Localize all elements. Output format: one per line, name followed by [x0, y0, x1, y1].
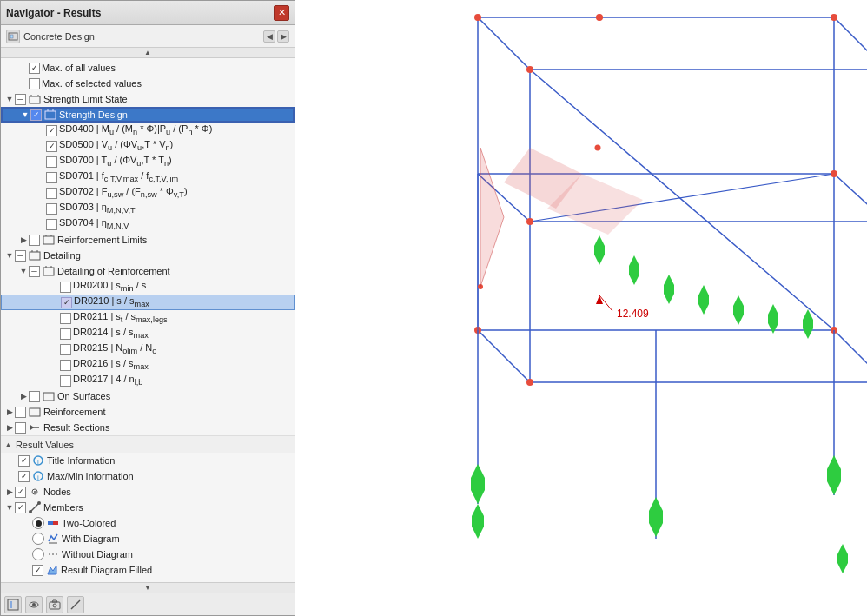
checkbox-max-all[interactable] [29, 63, 40, 74]
expand-members[interactable]: ▼ [4, 502, 15, 513]
tree-item-two-colored[interactable]: Two-Colored [1, 515, 295, 531]
checkbox-nodes[interactable] [15, 487, 26, 498]
tree-item-dr0200[interactable]: DR0200 | smin / s [1, 279, 295, 295]
radio-with-diagram[interactable] [32, 533, 44, 545]
arrow-right-btn[interactable]: ▶ [277, 30, 289, 43]
label-sd0704: SD0704 | ηM,N,V [59, 217, 129, 230]
tree-item-reinf-limits[interactable]: ▶ Reinforcement Limits [1, 232, 295, 248]
tree-item-detailing-reinf[interactable]: ▼ Detailing of Reinforcement [1, 263, 295, 279]
checkbox-sd0700[interactable] [46, 156, 57, 168]
tree-item-on-surfaces[interactable]: ▶ On Surfaces [1, 388, 295, 404]
checkbox-on-surfaces[interactable] [29, 391, 40, 402]
tree-item-without-diagram[interactable]: Without Diagram [1, 546, 295, 562]
tree-item-strength-design[interactable]: ▼ Strength Design [1, 107, 295, 123]
svg-rect-45 [295, 0, 867, 616]
scroll-down-btn[interactable]: ▼ [1, 582, 295, 593]
tree-item-max-selected[interactable]: Max. of selected values [1, 76, 295, 91]
checkbox-reinf-limits[interactable] [29, 235, 40, 246]
label-sd0500: SD0500 | Vu / (ΦVu,T * Vn) [59, 139, 173, 152]
checkbox-sd0701[interactable] [46, 172, 57, 183]
checkbox-sd0400[interactable] [46, 125, 57, 136]
tree-item-sd0702[interactable]: SD0702 | Fu,sw / (Fn,sw * Φv,T) [1, 185, 295, 201]
radio-without-diagram[interactable] [32, 548, 44, 560]
tree-item-dr0214[interactable]: DR0214 | s / smax [1, 326, 295, 341]
checkbox-sd0703[interactable] [46, 203, 57, 215]
checkbox-detailing[interactable] [15, 250, 26, 262]
svg-rect-39 [50, 602, 60, 609]
expand-detailing[interactable]: ▼ [4, 250, 15, 261]
tree-item-result-sections[interactable]: ▶ Result Sections [1, 420, 295, 435]
checkbox-dr0214[interactable] [60, 328, 71, 340]
checkbox-dr0215[interactable] [60, 344, 71, 355]
arrow-left-btn[interactable]: ◀ [263, 30, 275, 43]
checkbox-max-selected[interactable] [29, 78, 40, 89]
maxmin-info-icon: i [31, 469, 45, 483]
label-strength-limit: Strength Limit State [43, 94, 128, 104]
toolbar-icon-measure[interactable] [67, 596, 84, 613]
tree-item-title-info[interactable]: i Title Information [1, 453, 295, 468]
tree-item-result-diagram-filled[interactable]: Result Diagram Filled [1, 562, 295, 578]
checkbox-reinforcement[interactable] [15, 407, 26, 418]
tree-item-dr0215[interactable]: DR0215 | Nolim / No [1, 341, 295, 357]
checkbox-members[interactable] [15, 502, 26, 513]
tree-content: Max. of all values Max. of selected valu… [1, 58, 295, 580]
radio-two-colored[interactable] [32, 517, 44, 529]
checkbox-strength-design[interactable] [30, 109, 42, 121]
checkbox-dr0217[interactable] [60, 375, 71, 387]
tree-item-with-diagram[interactable]: With Diagram [1, 531, 295, 546]
checkbox-maxmin-info[interactable] [18, 471, 30, 482]
dropdown-label[interactable]: Concrete Design [23, 31, 95, 42]
checkbox-dr0210[interactable] [61, 297, 72, 308]
checkbox-sd0704[interactable] [46, 219, 57, 230]
checkbox-result-diagram-filled[interactable] [32, 565, 43, 576]
checkbox-title-info[interactable] [18, 455, 30, 467]
tree-item-max-all[interactable]: Max. of all values [1, 60, 295, 76]
tree-item-dr0216[interactable]: DR0216 | s / smax [1, 357, 295, 373]
tree-item-dr0217[interactable]: DR0217 | 4 / nl,b [1, 373, 295, 388]
expand-nodes[interactable]: ▶ [4, 487, 15, 497]
tree-item-dr0211[interactable]: DR0211 | st / smax,legs [1, 310, 295, 326]
tree-item-sd0701[interactable]: SD0701 | fc,T,V,max / fc,T,V,lim [1, 169, 295, 185]
checkbox-dr0216[interactable] [60, 360, 71, 371]
strength-limit-icon [28, 92, 42, 106]
tree-item-maxmin-info[interactable]: i Max/Min Information [1, 468, 295, 484]
tree-item-reinforcement[interactable]: ▶ Reinforcement [1, 404, 295, 420]
expand-on-surfaces[interactable]: ▶ [18, 391, 29, 401]
expand-reinforcement[interactable]: ▶ [4, 407, 15, 417]
expand-strength-design[interactable]: ▼ [20, 109, 30, 120]
tree-item-members[interactable]: ▼ Members [1, 500, 295, 515]
checkbox-result-sections[interactable] [15, 422, 26, 434]
checkbox-sd0702[interactable] [46, 188, 57, 199]
svg-point-106 [597, 15, 603, 21]
tree-item-sd0500[interactable]: SD0500 | Vu / (ΦVu,T * Vn) [1, 138, 295, 154]
checkbox-dr0200[interactable] [60, 282, 71, 293]
expand-strength-limit[interactable]: ▼ [4, 94, 15, 104]
checkbox-strength-limit[interactable] [15, 94, 26, 105]
expand-result-sections[interactable]: ▶ [4, 422, 15, 433]
tree-item-strength-limit[interactable]: ▼ Strength Limit State [1, 91, 295, 107]
toolbar-icon-1[interactable] [4, 596, 22, 613]
tree-item-sd0703[interactable]: SD0703 | ηM,N,V,T [1, 201, 295, 216]
expand-detailing-reinf[interactable]: ▼ [18, 266, 29, 276]
label-dr0215: DR0215 | Nolim / No [73, 342, 156, 355]
checkbox-sd0500[interactable] [46, 141, 57, 152]
toolbar-icon-eye[interactable] [25, 596, 43, 613]
result-diagram-filled-icon [45, 563, 59, 577]
toolbar-icon-camera[interactable] [46, 596, 63, 613]
tree-item-dr0210[interactable]: DR0210 | s / smax [1, 295, 295, 310]
checkbox-dr0211[interactable] [60, 313, 71, 324]
with-diagram-icon [46, 532, 60, 546]
svg-point-112 [595, 145, 601, 151]
close-button[interactable]: ✕ [274, 5, 289, 21]
tree-item-nodes[interactable]: ▶ Nodes [1, 484, 295, 500]
tree-item-sd0700[interactable]: SD0700 | Tu / (ΦVu,T * Tn) [1, 154, 295, 169]
svg-rect-101 [768, 315, 778, 323]
tree-item-sd0400[interactable]: SD0400 | Mu / (Mn * Φ)|Pu / (Pn * Φ) [1, 123, 295, 138]
tree-item-sd0704[interactable]: SD0704 | ηM,N,V [1, 216, 295, 232]
checkbox-detailing-reinf[interactable] [29, 266, 40, 277]
scroll-up-btn[interactable]: ▲ [1, 48, 295, 58]
expand-reinf-limits[interactable]: ▶ [18, 235, 29, 245]
section-result-values[interactable]: ▲ Result Values [1, 435, 295, 453]
svg-rect-18 [30, 408, 40, 416]
tree-item-detailing[interactable]: ▼ Detailing [1, 248, 295, 263]
